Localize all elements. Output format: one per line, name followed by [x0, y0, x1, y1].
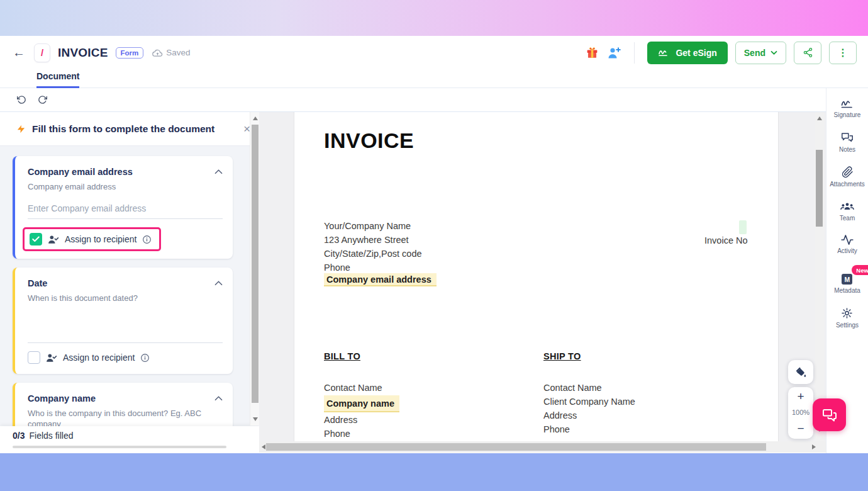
zoom-level: 100%	[792, 409, 810, 416]
kebab-icon: ⋮	[838, 48, 848, 58]
field-card-company-email[interactable]: Company email address Company email addr…	[13, 156, 233, 259]
saved-label: Saved	[166, 48, 190, 57]
bill-to-section: BILL TO Contact Name Company name Addres…	[324, 351, 399, 441]
rail-label: Metadata	[834, 287, 860, 294]
field-description: When is this document dated?	[28, 293, 216, 303]
assign-checkbox-checked[interactable]	[30, 233, 42, 246]
screen: ← / INVOICE Form Saved	[0, 0, 868, 491]
fields-filled-label: Fields filled	[29, 431, 73, 441]
doc-line: Phone	[543, 422, 635, 436]
share-button[interactable]	[794, 42, 821, 64]
rail-item-metadata[interactable]: New M Metadata	[834, 274, 860, 294]
chevron-up-icon[interactable]	[214, 169, 223, 174]
undo-icon[interactable]	[17, 95, 26, 104]
document-heading: INVOICE	[324, 128, 414, 153]
gift-icon[interactable]	[586, 46, 599, 59]
document-horizontal-scrollbar[interactable]	[259, 441, 826, 453]
chevron-up-icon[interactable]	[214, 396, 223, 401]
titlebar: ← / INVOICE Form Saved	[0, 36, 868, 69]
bolt-icon	[16, 123, 26, 135]
info-icon[interactable]	[140, 353, 150, 363]
rail-label: Activity	[837, 247, 857, 254]
paint-bucket-icon	[794, 366, 807, 378]
edit-toolbar	[0, 88, 826, 112]
rail-item-signature[interactable]: Signature	[834, 98, 861, 118]
share-icon	[803, 47, 813, 58]
rail-item-notes[interactable]: Notes	[839, 132, 855, 153]
assign-checkbox-unchecked[interactable]	[28, 351, 40, 364]
assign-to-recipient-row-highlighted: Assign to recipient	[23, 227, 161, 251]
activity-icon	[840, 235, 854, 245]
back-arrow-icon[interactable]: ←	[13, 45, 25, 60]
invoice-no-label: Invoice No	[704, 235, 748, 246]
send-label: Send	[744, 48, 765, 58]
document-page[interactable]: INVOICE Your/Company Name 123 Anywhere S…	[294, 112, 778, 441]
zoom-out-button[interactable]: −	[797, 422, 804, 434]
fields-progress-footer: 0/3 Fields filled	[0, 426, 259, 453]
get-esign-label: Get eSign	[676, 48, 716, 58]
document-logo-icon: /	[34, 43, 50, 62]
signature-icon	[840, 98, 854, 109]
rail-label: Notes	[839, 146, 855, 153]
date-input[interactable]	[28, 327, 223, 343]
new-badge: New	[852, 265, 868, 275]
company-name-field-token[interactable]: Company name	[324, 395, 399, 412]
panel-scrollbar[interactable]	[250, 112, 259, 426]
assign-label: Assign to recipient	[63, 353, 135, 363]
metadata-icon: M	[842, 274, 852, 285]
chat-support-button[interactable]	[813, 398, 846, 431]
form-panel-header: Fill this form to complete the document …	[0, 112, 259, 146]
doc-line: Client Company Name	[543, 395, 635, 409]
tab-document[interactable]: Document	[36, 71, 79, 88]
team-icon	[840, 201, 854, 212]
company-email-field-token[interactable]: Company email address	[324, 273, 437, 286]
rail-item-team[interactable]: Team	[840, 201, 855, 222]
cloud-saved-icon	[152, 48, 163, 57]
zoom-controls: + 100% −	[788, 387, 813, 439]
redo-icon[interactable]	[38, 95, 47, 104]
add-collaborator-icon[interactable]	[606, 46, 621, 60]
app-window: ← / INVOICE Form Saved	[0, 36, 868, 453]
rail-item-settings[interactable]: Settings	[836, 307, 859, 329]
desktop-gradient-top	[0, 0, 868, 36]
field-title: Company email address	[28, 167, 133, 177]
rail-label: Team	[840, 215, 855, 222]
notes-icon	[840, 132, 854, 144]
doc-line: Address	[324, 413, 399, 427]
doc-line: Contact Name	[543, 381, 635, 395]
person-check-icon	[46, 353, 57, 363]
bill-to-heading: BILL TO	[324, 351, 399, 361]
titlebar-actions: Get eSign Send ⋮	[586, 42, 857, 64]
chevron-up-icon[interactable]	[214, 281, 223, 286]
info-icon[interactable]	[142, 235, 152, 244]
rail-item-activity[interactable]: Activity	[837, 235, 857, 254]
assign-to-recipient-row: Assign to recipient	[28, 351, 150, 364]
doc-line: Address	[543, 409, 635, 422]
doc-line: Phone	[324, 261, 422, 274]
field-card-company-name[interactable]: Company name Who is the company in this …	[13, 383, 233, 426]
settings-icon	[841, 307, 853, 319]
divider	[634, 42, 635, 64]
get-esign-button[interactable]: Get eSign	[647, 42, 727, 64]
field-title: Date	[28, 278, 47, 288]
zoom-in-button[interactable]: +	[797, 390, 804, 402]
field-title: Company name	[28, 393, 96, 404]
form-fields-list: Company email address Company email addr…	[0, 146, 259, 426]
fill-color-button[interactable]	[788, 360, 813, 384]
document-vertical-scrollbar[interactable]	[815, 112, 824, 441]
fields-progress-bar	[13, 446, 226, 448]
rail-item-attachments[interactable]: Attachments	[830, 166, 865, 188]
rail-label: Settings	[836, 322, 859, 329]
field-card-date[interactable]: Date When is this document dated?	[13, 268, 233, 374]
assign-label: Assign to recipient	[65, 234, 136, 244]
ship-to-section: SHIP TO Contact Name Client Company Name…	[543, 351, 635, 436]
document-title: INVOICE	[58, 46, 108, 60]
send-button[interactable]: Send	[735, 42, 786, 64]
company-email-input[interactable]	[28, 203, 223, 219]
doc-line: Contact Name	[324, 381, 399, 395]
more-options-button[interactable]: ⋮	[829, 42, 857, 64]
form-type-badge: Form	[116, 47, 144, 59]
rail-label: Attachments	[830, 181, 865, 188]
chat-icon	[821, 408, 838, 422]
invoice-no-field-placeholder[interactable]	[739, 220, 747, 234]
